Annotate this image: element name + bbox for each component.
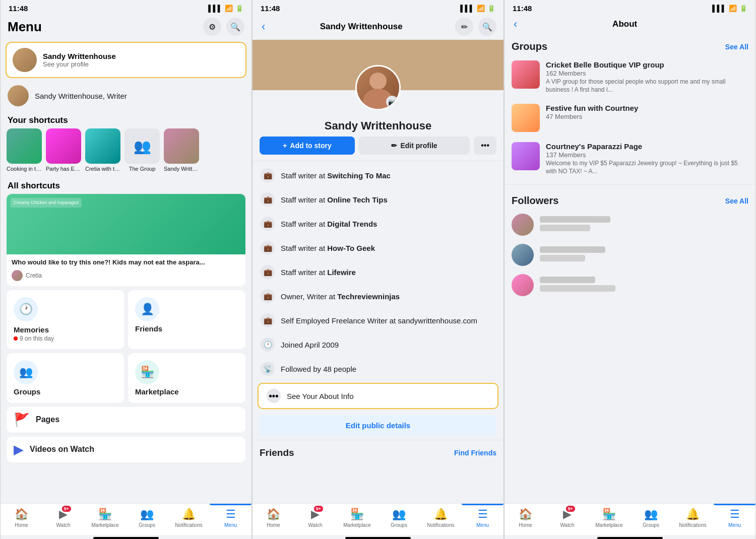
edit-profile-button[interactable]: ✏ Edit profile xyxy=(359,137,470,155)
search-button-2[interactable]: 🔍 xyxy=(478,18,496,36)
pages-card[interactable]: 🚩 Pages xyxy=(7,407,245,433)
battery-icon-1: 🔋 xyxy=(235,5,243,12)
briefcase-icon-1: 💼 xyxy=(261,192,275,207)
memories-card[interactable]: 🕐 Memories 9 on this day xyxy=(7,290,124,349)
tab-groups-2[interactable]: 👥 Groups xyxy=(378,508,420,528)
pencil-icon-edit: ✏ xyxy=(391,142,397,150)
settings-button[interactable]: ⚙ xyxy=(203,18,221,36)
group-members-1: 47 Members xyxy=(546,113,638,120)
groups-tab-icon-2: 👥 xyxy=(392,508,406,521)
tab-groups-1[interactable]: 👥 Groups xyxy=(126,508,168,528)
shortcut-party[interactable]: Party has Ended Ch... xyxy=(46,128,81,172)
groups-card[interactable]: 👥 Groups xyxy=(7,353,124,403)
edit-profile-label: Edit profile xyxy=(400,142,437,150)
follower-row-0[interactable] xyxy=(505,210,755,240)
screen-about: 11:48 ▌▌▌ 📶 🔋 ‹ About Groups See All xyxy=(504,0,756,539)
tab-label-menu-2: Menu xyxy=(476,522,489,528)
followers-see-all-link[interactable]: See All xyxy=(725,197,748,205)
menu-tab-icon-1: ☰ xyxy=(226,508,236,521)
group-avatar-1 xyxy=(512,104,540,132)
group-info-1: Festive fun with Courtney 47 Members xyxy=(546,104,638,120)
all-shortcuts-label: All shortcuts xyxy=(1,177,251,194)
writer-item[interactable]: Sandy Writtenhouse, Writer xyxy=(1,80,251,111)
tab-notifications-3[interactable]: 🔔 Notifications xyxy=(672,508,714,528)
camera-badge[interactable]: 📷 xyxy=(386,96,398,108)
profile-name-section: Sandy Writtenhouse xyxy=(253,115,503,137)
shortcut-cooking[interactable]: Cooking in the Goodi... xyxy=(7,128,42,172)
find-friends-link[interactable]: Find Friends xyxy=(454,449,496,457)
back-button-3[interactable]: ‹ xyxy=(512,18,519,31)
follower-name-0 xyxy=(540,216,610,223)
tab-groups-3[interactable]: 👥 Groups xyxy=(630,508,672,528)
divider-1 xyxy=(253,161,503,161)
plus-icon-story: + xyxy=(283,142,287,150)
tab-notifications-2[interactable]: 🔔 Notifications xyxy=(420,508,462,528)
watch-badge-2: 9+ xyxy=(313,505,324,512)
tab-watch-3[interactable]: ▶ 9+ Watch xyxy=(546,508,588,528)
group-card-2[interactable]: Courtney's Paparazzi Page 137 Members We… xyxy=(505,137,755,180)
more-button-profile[interactable]: ••• xyxy=(474,137,496,155)
follower-info-2 xyxy=(540,277,615,294)
screen-profile: 11:48 ▌▌▌ 📶 🔋 ‹ Sandy Writtenhouse ✏ 🔍 xyxy=(252,0,504,539)
memories-title: Memories xyxy=(14,325,117,334)
tab-marketplace-3[interactable]: 🏪 Marketplace xyxy=(588,508,630,528)
tab-watch-2[interactable]: ▶ 9+ Watch xyxy=(294,508,336,528)
shortcut-thumb-sandy xyxy=(164,128,199,164)
search-icon-1: 🔍 xyxy=(230,22,240,32)
tab-home-1[interactable]: 🏠 Home xyxy=(1,508,42,528)
post-card[interactable]: Creamy Chicken and Asparagus Who would l… xyxy=(7,194,245,286)
follower-row-2[interactable] xyxy=(505,270,755,300)
info-text-1: Staff writer at Online Tech Tips xyxy=(281,195,388,204)
author-avatar xyxy=(12,270,23,281)
add-story-button[interactable]: + Add to story xyxy=(260,137,355,155)
tab-marketplace-2[interactable]: 🏪 Marketplace xyxy=(336,508,378,528)
marketplace-card[interactable]: 🏪 Marketplace xyxy=(128,353,245,403)
watch-badge-3: 9+ xyxy=(565,505,576,512)
followers-section-header: Followers See All xyxy=(505,189,755,210)
post-card-content: Who would like to try this one?! Kids ma… xyxy=(7,254,245,286)
bottom-tab-bar-3: 🏠 Home ▶ 9+ Watch 🏪 Marketplace 👥 Groups… xyxy=(505,503,755,535)
friends-section-header: Friends Find Friends xyxy=(253,442,503,460)
back-button-2[interactable]: ‹ xyxy=(260,20,267,33)
follower-row-1[interactable] xyxy=(505,240,755,270)
friends-title: Friends xyxy=(135,324,238,333)
shortcut-sandy[interactable]: Sandy Writte... xyxy=(164,128,199,172)
home-indicator-3 xyxy=(597,537,663,539)
profile-highlight-row[interactable]: Sandy Writtenhouse See your profile xyxy=(6,42,246,78)
shortcuts-scroll: Cooking in the Goodi... Party has Ended … xyxy=(1,128,251,177)
tab-menu-2[interactable]: ☰ Menu xyxy=(462,508,503,528)
follower-info-1 xyxy=(540,246,605,263)
search-button-1[interactable]: 🔍 xyxy=(226,18,244,36)
friends-card[interactable]: 👤 Friends xyxy=(128,290,245,349)
see-about-row[interactable]: ••• See Your About Info xyxy=(258,383,498,409)
tab-label-watch-3: Watch xyxy=(560,522,575,528)
menu-title: Menu xyxy=(8,19,42,35)
wifi-icon-2: 📶 xyxy=(477,5,485,12)
tab-home-3[interactable]: 🏠 Home xyxy=(505,508,546,528)
shortcut-group[interactable]: 👥 The Group xyxy=(124,128,160,172)
divider-2 xyxy=(253,440,503,440)
marketplace-icon-circle: 🏪 xyxy=(135,360,159,384)
follower-avatar-2 xyxy=(512,274,534,296)
tab-menu-1[interactable]: ☰ Menu xyxy=(210,508,251,528)
tab-watch-1[interactable]: ▶ 9+ Watch xyxy=(42,508,84,528)
status-bar-2: 11:48 ▌▌▌ 📶 🔋 xyxy=(253,0,503,15)
status-icons-1: ▌▌▌ 📶 🔋 xyxy=(208,5,243,12)
tab-marketplace-1[interactable]: 🏪 Marketplace xyxy=(84,508,126,528)
pencil-button-2[interactable]: ✏ xyxy=(455,18,473,36)
videos-card[interactable]: ▶ Videos on Watch xyxy=(7,437,245,462)
edit-public-button[interactable]: Edit public details xyxy=(260,415,496,436)
divider-about-1 xyxy=(505,184,755,185)
group-card-1[interactable]: Festive fun with Courtney 47 Members xyxy=(505,99,755,137)
info-row-4: 💼 Staff writer at Lifewire xyxy=(253,260,503,284)
groups-see-all-link[interactable]: See All xyxy=(725,43,748,51)
follower-sub-0 xyxy=(540,225,590,231)
tab-home-2[interactable]: 🏠 Home xyxy=(253,508,294,528)
shortcut-thumb-cooking xyxy=(7,128,42,164)
status-time-1: 11:48 xyxy=(9,4,28,13)
group-card-0[interactable]: Cricket Belle Boutique VIP group 162 Mem… xyxy=(505,55,755,99)
tab-menu-3[interactable]: ☰ Menu xyxy=(714,508,755,528)
tab-notifications-1[interactable]: 🔔 Notifications xyxy=(168,508,210,528)
wifi-icon-3: 📶 xyxy=(729,5,737,12)
shortcut-cretia[interactable]: Cretia with the Pa... xyxy=(85,128,120,172)
